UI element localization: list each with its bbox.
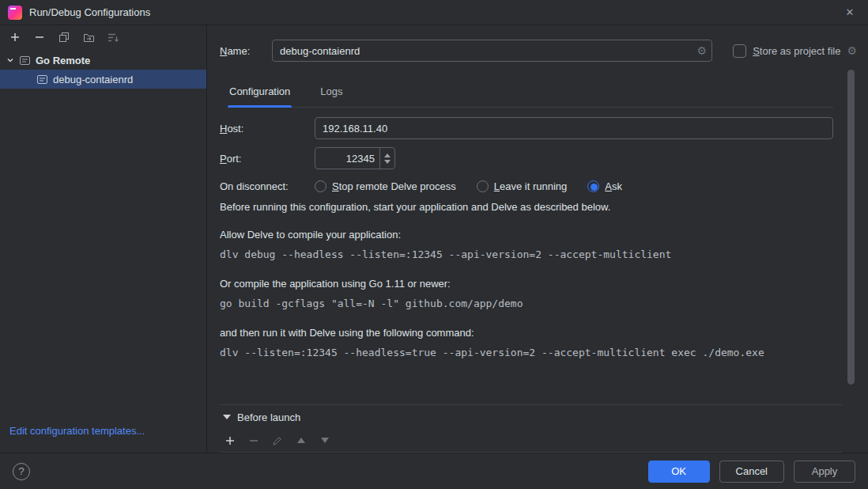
configuration-tab-content: Host: Port: On disconnect: bbox=[220, 108, 868, 404]
step-text: and then run it with Delve using the fol… bbox=[220, 327, 833, 339]
host-row: Host: bbox=[220, 117, 833, 139]
pencil-icon bbox=[272, 435, 283, 446]
copy-icon bbox=[58, 32, 70, 43]
remove-configuration-button[interactable] bbox=[31, 28, 48, 46]
edit-configuration-templates-link[interactable]: Edit configuration templates... bbox=[0, 425, 206, 453]
radio-ask[interactable]: Ask bbox=[587, 180, 622, 192]
editor-tabs: Configuration Logs bbox=[228, 82, 833, 108]
host-input[interactable] bbox=[315, 117, 833, 139]
before-launch-move-down-button[interactable] bbox=[316, 432, 334, 449]
cancel-button[interactable]: Cancel bbox=[719, 461, 784, 483]
sidebar-toolbar bbox=[0, 25, 206, 49]
port-spinner-field bbox=[315, 147, 395, 169]
on-disconnect-radio-group: Stop remote Delve process Leave it runni… bbox=[315, 180, 622, 192]
sort-configurations-button[interactable] bbox=[104, 28, 122, 46]
before-launch-remove-button[interactable] bbox=[245, 432, 262, 449]
before-launch-move-up-button[interactable] bbox=[292, 432, 310, 449]
step-command: go build -gcflags "all=-N -l" github.com… bbox=[220, 298, 833, 309]
move-to-folder-button[interactable] bbox=[80, 28, 97, 46]
go-remote-config-icon bbox=[36, 74, 48, 85]
run-debug-configurations-dialog: Run/Debug Configurations ✕ bbox=[0, 0, 868, 489]
port-row: Port: bbox=[220, 147, 833, 169]
name-label: Name: bbox=[220, 45, 272, 57]
before-launch-toolbar bbox=[220, 429, 843, 453]
before-launch-section: Before launch bbox=[220, 404, 843, 453]
radio-label: Leave it running bbox=[494, 180, 568, 192]
tree-item-label: debug-contaienrd bbox=[53, 74, 133, 85]
dialog-footer: ? OK Cancel Apply bbox=[0, 453, 868, 489]
before-launch-edit-button[interactable] bbox=[269, 432, 286, 449]
radio-circle-selected-icon bbox=[587, 180, 599, 192]
arrow-down-icon bbox=[321, 438, 329, 443]
window-title: Run/Debug Configurations bbox=[29, 6, 150, 18]
ok-button[interactable]: OK bbox=[648, 461, 710, 483]
instruction-step: Allow Delve to compile your application:… bbox=[220, 229, 833, 260]
spinner-down-icon bbox=[384, 160, 391, 164]
instruction-step: Or compile the application using Go 1.11… bbox=[220, 278, 833, 309]
copy-configuration-button[interactable] bbox=[55, 28, 73, 46]
radio-label: Ask bbox=[605, 180, 622, 192]
tab-configuration[interactable]: Configuration bbox=[228, 82, 292, 107]
port-stepper[interactable] bbox=[379, 148, 394, 169]
arrow-up-icon bbox=[297, 438, 305, 443]
instruction-step: and then run it with Delve using the fol… bbox=[220, 327, 833, 358]
name-settings-gear-icon[interactable]: ⚙ bbox=[697, 44, 708, 58]
go-remote-icon bbox=[19, 55, 31, 66]
configurations-sidebar: Go Remote debug-contaienrd Edit configur… bbox=[0, 25, 207, 453]
port-input[interactable] bbox=[315, 148, 379, 169]
radio-label: Stop remote Delve process bbox=[332, 180, 456, 192]
port-label: Port: bbox=[220, 153, 315, 165]
before-launch-header[interactable]: Before launch bbox=[220, 405, 843, 429]
name-input[interactable] bbox=[272, 40, 712, 62]
before-launch-label: Before launch bbox=[237, 411, 300, 423]
instructions-intro: Before running this configuration, start… bbox=[220, 201, 833, 213]
sort-icon bbox=[108, 32, 119, 43]
step-text: Or compile the application using Go 1.11… bbox=[220, 278, 833, 290]
store-settings-gear-icon[interactable]: ⚙ bbox=[847, 44, 857, 57]
configurations-tree: Go Remote debug-contaienrd bbox=[0, 49, 206, 89]
tree-group-label: Go Remote bbox=[36, 55, 90, 66]
on-disconnect-row: On disconnect: Stop remote Delve process… bbox=[220, 177, 833, 195]
help-button[interactable]: ? bbox=[13, 463, 30, 480]
collapse-chevron-icon bbox=[223, 414, 231, 420]
radio-stop-remote-delve-process[interactable]: Stop remote Delve process bbox=[315, 180, 456, 192]
host-label: Host: bbox=[220, 123, 315, 135]
step-command: dlv --listen=:12345 --headless=true --ap… bbox=[220, 347, 833, 358]
titlebar: Run/Debug Configurations ✕ bbox=[0, 0, 868, 25]
name-row: Name: ⚙ Store as project file ⚙ bbox=[220, 40, 857, 62]
tab-logs[interactable]: Logs bbox=[319, 82, 344, 107]
store-as-project-file-option[interactable]: Store as project file ⚙ bbox=[733, 44, 857, 58]
configuration-editor-panel: Name: ⚙ Store as project file ⚙ Configur… bbox=[207, 25, 868, 453]
before-launch-add-button[interactable] bbox=[221, 432, 239, 449]
vertical-scrollbar[interactable] bbox=[847, 70, 855, 385]
radio-circle-icon bbox=[477, 180, 489, 192]
chevron-down-icon bbox=[6, 56, 14, 64]
store-as-project-file-label: Store as project file bbox=[753, 45, 840, 57]
tree-group-go-remote[interactable]: Go Remote bbox=[0, 51, 206, 70]
step-text: Allow Delve to compile your application: bbox=[220, 229, 833, 241]
spinner-up-icon bbox=[384, 154, 391, 157]
apply-button[interactable]: Apply bbox=[794, 461, 855, 483]
plus-icon bbox=[11, 33, 19, 41]
store-as-project-file-checkbox[interactable] bbox=[733, 44, 746, 58]
app-icon bbox=[8, 6, 22, 20]
step-command: dlv debug --headless --listen=:12345 --a… bbox=[220, 248, 833, 260]
radio-circle-icon bbox=[315, 180, 326, 192]
add-configuration-button[interactable] bbox=[6, 28, 24, 46]
close-icon[interactable]: ✕ bbox=[840, 4, 860, 21]
folder-icon bbox=[83, 32, 95, 43]
on-disconnect-label: On disconnect: bbox=[220, 180, 315, 192]
tree-item-debug-contaienrd[interactable]: debug-contaienrd bbox=[0, 70, 206, 89]
plus-icon bbox=[226, 437, 234, 445]
radio-leave-it-running[interactable]: Leave it running bbox=[477, 180, 568, 192]
